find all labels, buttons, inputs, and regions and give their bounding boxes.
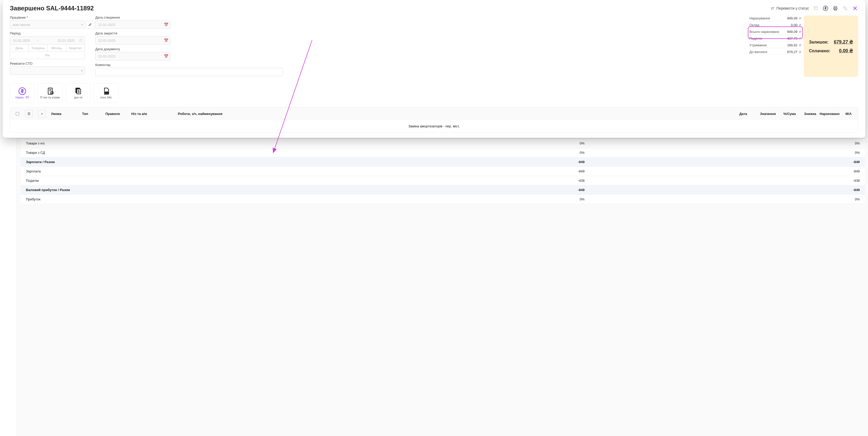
svg-rect-10: [834, 6, 837, 8]
report-row: Валовий прибуток / Разом-849-849: [21, 185, 865, 195]
edit-employee-button[interactable]: [86, 21, 94, 29]
report-row: Зарплата-849-849: [21, 167, 865, 176]
select-all-checkbox[interactable]: [16, 112, 19, 116]
closed-date-input[interactable]: [95, 36, 170, 44]
save-icon-button[interactable]: [813, 5, 819, 11]
remainder-label: Залишок:: [809, 40, 828, 44]
calendar-icon: 📅: [164, 38, 168, 42]
status-transfer-button[interactable]: Перевести у статус: [770, 6, 809, 11]
report-value-2: 0%: [584, 197, 860, 201]
requisites-label: Реквізити СТО: [10, 62, 85, 65]
row-works-text: Заміна амортизаторів - пер. міст,: [408, 124, 460, 128]
report-value-1: -849: [318, 160, 584, 164]
report-label: Зарплати / Разом: [26, 160, 318, 164]
summary-block: Нарахування849,09 ₴Оклад0,00 ₴Всього нар…: [749, 15, 801, 77]
svg-point-14: [846, 9, 847, 10]
summary-row: Нарахування849,09 ₴: [749, 15, 801, 21]
period-range[interactable]: 01.01.2025 → 31.01.2025: [10, 36, 85, 44]
report-value-2: -849: [584, 188, 860, 192]
log-icon: LOG: [102, 87, 110, 95]
report-value-1: -849: [318, 169, 584, 173]
period-quick-buttons: День Тиждень Місяць Квартал: [10, 44, 85, 52]
dollar-icon-button[interactable]: [823, 5, 829, 11]
table-add-button[interactable]: +: [38, 110, 46, 118]
table-row[interactable]: Заміна амортизаторів - пер. міст,: [10, 120, 858, 132]
report-row: Товари з СД0%0%: [21, 148, 865, 157]
report-row: Податки-438-438: [21, 176, 865, 185]
report-value-2: -438: [584, 179, 860, 183]
comment-label: Коментар: [95, 63, 170, 67]
th-condition: Умова: [49, 112, 80, 116]
tab-documents[interactable]: док-ти: [66, 83, 91, 103]
doc-date-label: Дата документу: [95, 47, 170, 51]
calendar-icon: 📅: [164, 23, 168, 27]
modal-actions: Перевести у статус: [770, 5, 858, 11]
calendar-icon: [79, 38, 83, 42]
arrow-right-icon: →: [34, 38, 57, 42]
summary-label: Нарахування: [749, 16, 770, 20]
period-to: 31.01.2025: [57, 38, 79, 42]
percent-icon-button[interactable]: [842, 5, 848, 11]
th-ma: М/А: [843, 112, 856, 116]
report-label: Товари з СД: [26, 151, 318, 155]
paid-value[interactable]: 0,00 ₴: [839, 48, 853, 54]
report-label: Валовий прибуток / Разом: [26, 188, 318, 192]
tab-taxes[interactable]: П-тки та утрим.: [38, 83, 63, 103]
summary-value: 849,09 ₴: [787, 16, 801, 20]
report-label: Податки: [26, 179, 318, 183]
document-icon: [74, 87, 82, 95]
report-label: Зарплата: [26, 169, 318, 173]
summary-row: Утримання169,82 ₴: [749, 42, 801, 48]
summary-label: Утримання: [749, 43, 767, 47]
employee-label: Працівник *: [10, 15, 85, 20]
period-week-button[interactable]: Тиждень: [29, 44, 48, 52]
th-nz: Н/з та а/м: [129, 112, 175, 116]
tax-doc-icon: [46, 87, 54, 95]
transfer-icon: [770, 6, 775, 11]
report-row: Прибуток0%0%: [21, 195, 865, 204]
tab-logs[interactable]: LOG логи SAL: [94, 83, 119, 103]
created-date-input[interactable]: [95, 21, 170, 29]
table-menu-button[interactable]: ☰: [25, 110, 33, 118]
period-day-button[interactable]: День: [10, 44, 29, 52]
salary-document-modal: Завершено SAL-9444-11892 Перевести у ста…: [3, 0, 865, 138]
calendar-icon: 📅: [164, 54, 168, 58]
requisites-select[interactable]: [10, 66, 85, 75]
report-value-1: 0%: [318, 197, 584, 201]
th-accrued: Нараховано: [817, 112, 843, 116]
report-value-1: 0%: [318, 142, 584, 145]
tab-accruals[interactable]: Нарах. ЗП: [10, 83, 35, 103]
period-year-button[interactable]: Рік: [10, 52, 85, 59]
report-value-1: 0%: [318, 151, 584, 155]
th-rule: Правило: [103, 112, 129, 116]
close-icon-button[interactable]: [852, 5, 858, 11]
report-label: Товари з н/з: [26, 142, 318, 145]
report-value-2: 0%: [584, 151, 860, 155]
table-header: ☰ + Умова Тип Правило Н/з та а/м Роботи,…: [10, 107, 858, 120]
tab-label: Нарах. ЗП: [16, 96, 29, 99]
report-row: Зарплати / Разом-849-849: [21, 157, 865, 167]
status-transfer-label: Перевести у статус: [776, 6, 809, 10]
report-row: Товари з н/з0%0%: [21, 139, 865, 148]
th-works: Роботи, з/ч, найменування: [175, 112, 737, 116]
svg-text:LOG: LOG: [106, 92, 109, 93]
tabs-row: Нарах. ЗП П-тки та утрим. док-ти LOG лог…: [10, 83, 858, 103]
print-icon-button[interactable]: [832, 5, 838, 11]
created-label: Дата створення: [95, 15, 170, 20]
doc-date-input[interactable]: [95, 52, 170, 60]
report-value-1: -849: [318, 188, 584, 192]
summary-value: 679,27 ₴: [787, 50, 801, 54]
employee-select[interactable]: [10, 21, 85, 29]
report-value-1: -438: [318, 179, 584, 183]
period-month-button[interactable]: Місяць: [48, 44, 66, 52]
period-quarter-button[interactable]: Квартал: [66, 44, 85, 52]
summary-highlight-annotation: [748, 26, 803, 39]
th-type: Тип: [80, 112, 103, 116]
report-label: Прибуток: [26, 197, 318, 201]
report-value-2: -849: [584, 169, 860, 173]
remainder-value[interactable]: 679,27 ₴: [834, 39, 853, 45]
paid-label: Сплачено:: [809, 49, 831, 53]
summary-row: До виплати679,27 ₴: [749, 49, 801, 55]
dollar-icon: [18, 87, 26, 95]
summary-value: 169,82 ₴: [787, 43, 801, 47]
